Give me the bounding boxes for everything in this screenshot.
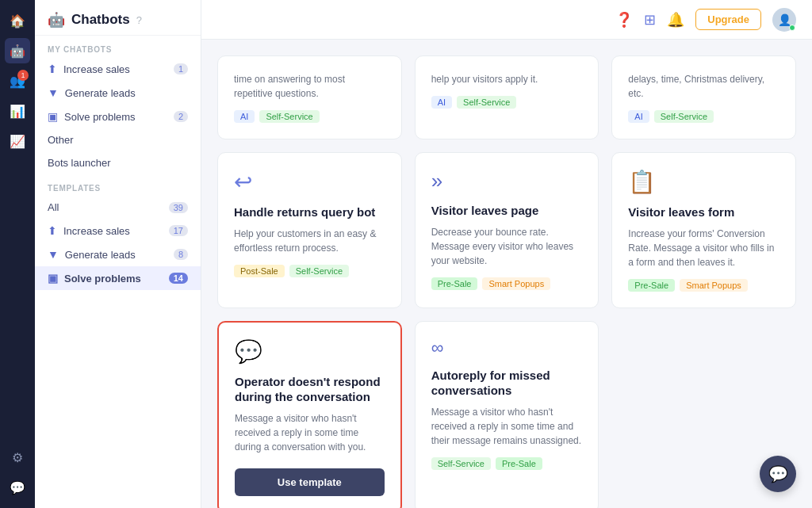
solve-problems-count: 2 [174, 111, 188, 122]
tag-self-service: Self-Service [289, 265, 349, 277]
visitor-leaves-icon: » [431, 169, 583, 193]
sidebar-item-all[interactable]: All 39 [35, 196, 201, 219]
card-autoreply-missed: ∞ Autoreply for missed conversations Mes… [415, 321, 599, 509]
tag-self-service: Self-Service [259, 110, 319, 123]
sidebar-item-tpl-increase-sales[interactable]: ⬆ Increase sales 17 [35, 219, 201, 243]
card-visitor-leaves-page: » Visitor leaves page Decrease your boun… [415, 152, 599, 308]
avatar[interactable]: 👤 [772, 8, 796, 32]
topbar: ❓ ⊞ 🔔 Upgrade 👤 [201, 0, 812, 40]
upgrade-button[interactable]: Upgrade [695, 9, 761, 30]
tag-post-sale: Post-Sale [234, 265, 285, 277]
nav-settings[interactable]: ⚙ [5, 445, 30, 470]
card-partial-3: delays, time, Christmas delivery, etc. A… [611, 55, 796, 139]
sidebar-item-tpl-solve-problems[interactable]: ▣ Solve problems 14 [35, 266, 201, 290]
tpl-increase-icon: ⬆ [48, 224, 57, 237]
sidebar-item-label: Generate leads [65, 87, 136, 99]
content-area: time on answering to most repetitive que… [201, 40, 812, 508]
card-desc: Decrease your bounce rate. Message every… [431, 225, 583, 268]
my-chatbots-label: MY CHATBOTS [35, 36, 201, 57]
tag-pre-sale: Pre-Sale [496, 457, 542, 470]
tpl-leads-icon: ▼ [48, 248, 59, 261]
chatbots-logo-icon: 🤖 [48, 11, 65, 29]
card-title: Operator doesn't respond during the conv… [235, 374, 385, 405]
card-partial-1: time on answering to most repetitive que… [217, 55, 402, 139]
card-title: Autoreply for missed conversations [431, 368, 583, 399]
sidebar-item-label: All [48, 201, 59, 213]
card-tags: Pre-Sale Smart Popups [431, 277, 583, 290]
operator-icon: 💬 [235, 338, 385, 365]
sidebar-item-label: Solve problems [64, 273, 141, 285]
card-tags: AI Self-Service [628, 110, 779, 123]
contacts-badge: 1 [17, 70, 29, 81]
sidebar-title: Chatbots [71, 12, 130, 28]
sidebar-item-label: Increase sales [63, 225, 130, 237]
card-visitor-leaves-form: 📋 Visitor leaves form Increase your form… [611, 152, 796, 308]
solve-problems-icon: ▣ [48, 110, 58, 123]
card-partial-2: help your visitors apply it. AI Self-Ser… [415, 55, 599, 139]
autoreply-icon: ∞ [431, 338, 583, 358]
grid-icon[interactable]: ⊞ [644, 11, 656, 29]
tag-smart-popups: Smart Popups [482, 277, 550, 290]
main-area: ❓ ⊞ 🔔 Upgrade 👤 time on answering to mos… [201, 0, 812, 508]
bell-icon[interactable]: 🔔 [667, 11, 684, 29]
card-desc: Help your customers in an easy & effortl… [234, 227, 385, 255]
nav-chat[interactable]: 💬 [5, 475, 30, 500]
tag-self-service: Self-Service [431, 457, 491, 470]
card-desc: Message a visitor who hasn't received a … [235, 411, 385, 454]
icon-bar: 🏠 🤖 👥 1 📊 📈 ⚙ 💬 [0, 0, 35, 508]
card-tags: Pre-Sale Smart Popups [628, 279, 779, 292]
nav-analytics[interactable]: 📈 [5, 128, 30, 154]
tag-ai: AI [234, 110, 255, 123]
use-template-button[interactable]: Use template [235, 468, 385, 496]
card-title: Handle returns query bot [234, 204, 385, 220]
sidebar: 🤖 Chatbots ? MY CHATBOTS ⬆ Increase sale… [35, 0, 201, 508]
tag-smart-popups: Smart Popups [680, 279, 748, 292]
sidebar-item-label: Solve problems [64, 111, 136, 123]
sidebar-item-label: Bots launcher [48, 157, 111, 169]
increase-sales-count: 1 [174, 63, 188, 74]
sidebar-item-label: Increase sales [63, 63, 130, 75]
card-title: Visitor leaves form [628, 204, 779, 220]
card-tags: Post-Sale Self-Service [234, 265, 385, 277]
card-desc: Increase your forms' Conversion Rate. Me… [628, 227, 779, 269]
returns-icon: ↩ [234, 169, 385, 195]
cards-grid: time on answering to most repetitive que… [217, 55, 796, 508]
tag-self-service: Self-Service [654, 110, 714, 123]
tpl-solve-icon: ▣ [48, 272, 58, 285]
sidebar-item-generate-leads[interactable]: ▼ Generate leads [35, 81, 201, 105]
sidebar-item-increase-sales[interactable]: ⬆ Increase sales 1 [35, 57, 201, 81]
visitor-form-icon: 📋 [628, 169, 779, 195]
nav-home[interactable]: 🏠 [5, 8, 30, 33]
online-indicator [789, 25, 795, 31]
card-tags: AI Self-Service [234, 110, 385, 123]
chat-bubble-button[interactable]: 💬 [760, 456, 796, 492]
card-tags: Self-Service Pre-Sale [431, 457, 583, 470]
card-partial-text: delays, time, Christmas delivery, etc. [628, 72, 779, 101]
sidebar-item-other[interactable]: Other [35, 128, 201, 151]
tpl-increase-count: 17 [169, 225, 188, 236]
sidebar-item-solve-problems[interactable]: ▣ Solve problems 2 [35, 105, 201, 128]
tpl-solve-count: 14 [169, 273, 188, 284]
nav-chatbots[interactable]: 🤖 [5, 38, 30, 63]
generate-leads-icon: ▼ [48, 86, 59, 99]
templates-label: TEMPLATES [35, 174, 201, 196]
sidebar-header: 🤖 Chatbots ? [35, 0, 201, 36]
card-returns: ↩ Handle returns query bot Help your cus… [217, 152, 402, 308]
nav-reports[interactable]: 📊 [5, 98, 30, 124]
sidebar-item-label: Generate leads [65, 249, 136, 261]
card-title: Visitor leaves page [431, 203, 583, 219]
tag-pre-sale: Pre-Sale [628, 279, 675, 292]
card-desc: Message a visitor who hasn't received a … [431, 405, 583, 448]
nav-contacts[interactable]: 👥 1 [5, 68, 30, 94]
card-partial-text: help your visitors apply it. [431, 72, 583, 86]
sidebar-item-bots-launcher[interactable]: Bots launcher [35, 151, 201, 174]
card-operator-no-response: 💬 Operator doesn't respond during the co… [217, 321, 402, 509]
sidebar-item-tpl-generate-leads[interactable]: ▼ Generate leads 8 [35, 243, 201, 266]
avatar-initial: 👤 [778, 13, 791, 26]
help-icon[interactable]: ❓ [615, 11, 633, 29]
card-tags: AI Self-Service [431, 96, 583, 109]
all-count: 39 [169, 202, 188, 213]
tag-ai: AI [628, 110, 649, 123]
tag-ai: AI [431, 96, 452, 109]
sidebar-help-icon[interactable]: ? [136, 14, 142, 26]
